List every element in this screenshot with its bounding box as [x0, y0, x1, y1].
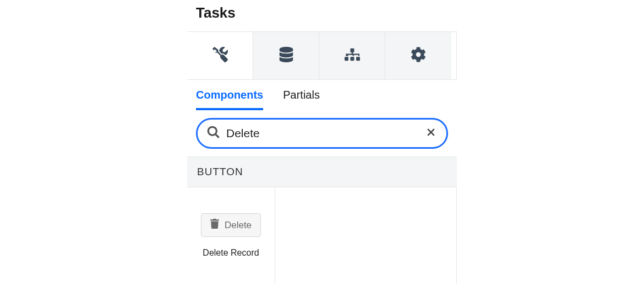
tasks-panel: Tasks Components Partials — [187, 0, 457, 284]
delete-button-preview: Delete — [201, 213, 261, 237]
search-icon — [206, 125, 221, 142]
tab-tools[interactable] — [187, 32, 253, 79]
sitemap-icon — [345, 47, 360, 64]
search-input[interactable] — [226, 127, 419, 140]
page-title: Tasks — [187, 0, 457, 31]
search-wrapper — [187, 110, 457, 157]
tab-structure[interactable] — [319, 32, 385, 79]
component-label: Delete Record — [203, 248, 259, 258]
tab-components[interactable]: Components — [196, 89, 263, 110]
svg-point-0 — [208, 127, 216, 135]
search-box — [196, 118, 448, 149]
tab-settings[interactable] — [385, 32, 451, 79]
tab-data[interactable] — [253, 32, 319, 79]
tools-icon — [212, 47, 228, 64]
sub-tabs: Components Partials — [187, 80, 457, 110]
database-icon — [279, 47, 294, 64]
tab-partials[interactable]: Partials — [283, 89, 320, 110]
category-header: BUTTON — [187, 157, 457, 187]
gear-icon — [411, 47, 426, 64]
close-icon — [425, 127, 436, 140]
trash-icon — [210, 219, 219, 231]
results-row: Delete Delete Record — [187, 187, 457, 284]
svg-line-1 — [216, 134, 219, 138]
component-delete-record[interactable]: Delete Delete Record — [187, 187, 275, 284]
search-clear-button[interactable] — [424, 127, 438, 140]
delete-button-preview-label: Delete — [225, 220, 252, 231]
top-icon-tabs — [187, 31, 457, 80]
